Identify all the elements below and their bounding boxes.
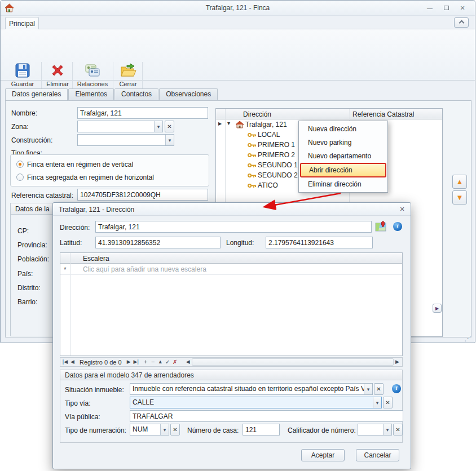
- dropdown-icon[interactable]: ▾: [373, 397, 381, 408]
- menu-item-abrir-direccion[interactable]: Abrir dirección: [300, 163, 386, 177]
- ribbon-collapse-button[interactable]: [454, 17, 469, 28]
- tab-datos-generales[interactable]: Datos generales: [5, 88, 68, 100]
- calificador-clear-button[interactable]: ✕: [393, 424, 403, 436]
- maximize-icon: [444, 6, 449, 10]
- column-header-referencia[interactable]: Referencia Catastral: [352, 109, 414, 119]
- latitud-input[interactable]: [95, 237, 221, 248]
- referencia-input[interactable]: [77, 189, 208, 201]
- info-icon[interactable]: i: [392, 384, 401, 393]
- situacion-value: Inmueble con referencia catastral situad…: [130, 384, 364, 394]
- cp-label: CP:: [17, 226, 29, 236]
- construccion-combo[interactable]: ▾: [77, 134, 174, 146]
- nav-last-button[interactable]: ▶|: [133, 358, 140, 366]
- clear-icon: ✕: [395, 426, 400, 433]
- dialog-close-button[interactable]: ✕: [397, 205, 407, 214]
- nombre-input[interactable]: [77, 107, 208, 119]
- cancelar-button[interactable]: Cancelar: [356, 449, 399, 461]
- tipo-numeracion-combo[interactable]: NUM ▾: [130, 424, 169, 436]
- tipo-finca-groupbox: Finca entera en régimen de vertical Finc…: [10, 154, 209, 186]
- minimize-icon: —: [427, 5, 433, 11]
- dialog-titlebar[interactable]: Trafalgar, 121 - Dirección ✕: [53, 203, 411, 216]
- nav-endedit-button[interactable]: ✓: [164, 358, 171, 366]
- escalera-new-row[interactable]: * Clic aquí para añadir una nueva escale…: [60, 264, 402, 275]
- tree-row-label: ATICO: [258, 181, 278, 189]
- tab-elementos[interactable]: Elementos: [68, 88, 114, 100]
- tree-root-label: Trafalgar, 121: [245, 121, 287, 128]
- minimize-button[interactable]: —: [422, 3, 437, 13]
- maximize-button[interactable]: [439, 3, 453, 13]
- direccion-dialog: Trafalgar, 121 - Dirección ✕ Dirección: …: [52, 202, 411, 469]
- modelo347-caption-bar: Datos para el modelo 347 de arrendadores: [60, 370, 402, 380]
- dialog-direccion-input[interactable]: [95, 221, 372, 233]
- menu-item-nuevo-parking[interactable]: Nuevo parking: [300, 136, 386, 149]
- radio-horizontal-label: Finca segregada en regimen de horizontal: [27, 172, 154, 183]
- radio-finca-vertical[interactable]: [16, 161, 24, 168]
- dropdown-icon[interactable]: ▾: [383, 424, 391, 435]
- tab-contactos[interactable]: Contactos: [114, 88, 158, 100]
- nav-add-button[interactable]: +: [142, 358, 149, 366]
- nav-cancel-button[interactable]: ✗: [171, 358, 179, 366]
- menu-item-eliminar-direccion[interactable]: Eliminar dirección: [300, 177, 386, 191]
- distrito-label: Distrito:: [17, 283, 41, 293]
- titlebar[interactable]: Trafalgar, 121 - Finca — ✕: [1, 1, 475, 16]
- nav-delete-button[interactable]: −: [149, 358, 157, 366]
- nombre-label: Nombre:: [11, 108, 37, 118]
- nav-prev-button[interactable]: ◀: [69, 358, 76, 366]
- menu-item-nueva-direccion[interactable]: Nueva dirección: [300, 122, 386, 136]
- longitud-input[interactable]: [266, 237, 373, 248]
- dropdown-icon[interactable]: ▾: [364, 384, 372, 394]
- tipo-numeracion-clear-button[interactable]: ✕: [170, 424, 180, 436]
- provincia-label: Provincia:: [17, 240, 47, 250]
- numero-casa-label: Número de casa:: [187, 425, 239, 436]
- nav-next-button[interactable]: ▶: [125, 358, 133, 366]
- via-publica-input[interactable]: [130, 410, 403, 422]
- nav-edit-button[interactable]: ▲: [157, 358, 164, 366]
- zona-label: Zona:: [11, 122, 29, 132]
- nav-first-button[interactable]: |◀: [61, 358, 69, 366]
- tipo-via-clear-button[interactable]: ✕: [383, 397, 393, 408]
- ribbon-tab-principal[interactable]: Principal: [5, 17, 39, 29]
- expander-icon[interactable]: ▾: [227, 120, 230, 126]
- close-button[interactable]: ✕: [455, 3, 470, 13]
- ribbon: Guardar y cerrar Eliminar Relaciones: [1, 29, 475, 81]
- tipo-via-value: CALLE: [130, 397, 373, 408]
- aceptar-button[interactable]: Aceptar: [301, 449, 345, 461]
- column-header-escalera[interactable]: Escalera: [83, 254, 109, 264]
- calificador-combo[interactable]: ▾: [358, 424, 392, 436]
- hscroll-left-button[interactable]: ◀: [184, 358, 192, 366]
- close-folder-icon: [119, 62, 137, 79]
- info-icon[interactable]: i: [393, 222, 402, 231]
- via-publica-label: Vía pública:: [65, 412, 100, 422]
- delete-icon: [49, 62, 66, 79]
- move-up-button[interactable]: ▲: [452, 175, 467, 189]
- map-button[interactable]: [375, 221, 386, 232]
- calificador-label: Calificador de número:: [288, 425, 356, 436]
- move-down-button[interactable]: ▼: [452, 190, 467, 205]
- clear-icon: ✕: [167, 123, 171, 130]
- radio-finca-horizontal[interactable]: [16, 174, 24, 181]
- numero-casa-input[interactable]: [243, 424, 280, 436]
- scroll-right-icon: ▶: [435, 306, 439, 311]
- dropdown-icon[interactable]: ▾: [160, 424, 169, 435]
- zona-clear-button[interactable]: ✕: [165, 121, 174, 132]
- grid-header: Dirección Referencia Catastral: [216, 109, 442, 119]
- column-header-direccion[interactable]: Dirección: [243, 109, 271, 119]
- menu-item-nuevo-departamento[interactable]: Nuevo departamento: [300, 149, 386, 163]
- resize-grip[interactable]: ⋰: [464, 334, 473, 342]
- zona-combo[interactable]: ▾: [77, 121, 163, 132]
- save-icon: [14, 62, 31, 79]
- situacion-clear-button[interactable]: ✕: [374, 383, 384, 395]
- grid-hscroll-right-button[interactable]: ▶: [433, 304, 442, 313]
- dropdown-icon[interactable]: ▾: [154, 121, 162, 132]
- hscroll-right-button[interactable]: ▶: [394, 358, 401, 366]
- relations-label: Relaciones: [73, 81, 112, 87]
- hscroll-track[interactable]: [192, 358, 394, 366]
- close-finca-label: Cerrar: [115, 81, 141, 87]
- tree-row-label: LOCAL: [258, 131, 280, 139]
- longitud-label: Longitud:: [226, 238, 254, 248]
- tipo-via-combo[interactable]: CALLE ▾: [130, 397, 382, 408]
- dropdown-icon[interactable]: ▾: [165, 135, 174, 145]
- tab-observaciones[interactable]: Observaciones: [159, 88, 218, 100]
- pais-label: País:: [17, 269, 33, 279]
- situacion-combo[interactable]: Inmueble con referencia catastral situad…: [130, 383, 373, 395]
